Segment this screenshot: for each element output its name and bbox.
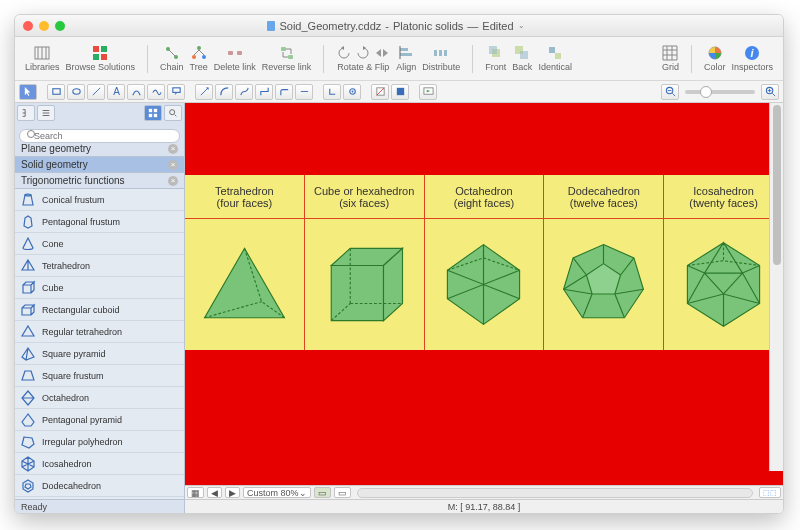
rect-tool[interactable] — [47, 84, 65, 100]
delete-link-button[interactable]: Delete link — [214, 45, 256, 72]
main-toolbar: Libraries Browse Solutions Chain Tree De… — [15, 37, 783, 81]
sidebar-tab-list[interactable] — [37, 105, 55, 121]
page-prev[interactable]: ◀ — [207, 487, 222, 498]
svg-point-34 — [72, 89, 79, 95]
front-button[interactable]: Front — [485, 45, 506, 72]
canvas[interactable]: Tetrahedron(four faces) Cube or hexahedr… — [185, 103, 783, 485]
list-item[interactable]: Square pyramid — [15, 343, 184, 365]
icosahedron-icon — [19, 455, 37, 473]
svg-rect-19 — [400, 53, 412, 56]
search-input[interactable] — [19, 129, 180, 143]
page-indicator-1[interactable]: ▭ — [314, 487, 331, 498]
callout-tool[interactable] — [167, 84, 185, 100]
close-button[interactable] — [23, 21, 33, 31]
snap-tool[interactable] — [343, 84, 361, 100]
tetrahedron-shape — [185, 219, 304, 350]
horizontal-scroll-track[interactable] — [357, 488, 753, 498]
rotate-right-icon — [355, 45, 371, 61]
distribute-button[interactable]: Distribute — [422, 45, 460, 72]
list-item[interactable]: Tetrahedron — [15, 255, 184, 277]
align-button[interactable]: Align — [396, 45, 416, 72]
page-indicator-2[interactable]: ▭ — [334, 487, 351, 498]
list-item[interactable]: Irregular polyhedron — [15, 431, 184, 453]
list-item[interactable]: Regular tetrahedron — [15, 321, 184, 343]
bezier-tool[interactable] — [127, 84, 145, 100]
svg-point-13 — [202, 55, 206, 59]
list-item[interactable]: Octahedron — [15, 387, 184, 409]
ortho-tool[interactable] — [323, 84, 341, 100]
close-icon[interactable]: × — [168, 144, 178, 154]
page-tab-add[interactable]: ▦ — [187, 487, 204, 498]
connector-direct-tool[interactable] — [195, 84, 213, 100]
sidebar-category-trig[interactable]: Trigonometric functions× — [15, 173, 184, 189]
svg-rect-54 — [149, 114, 152, 117]
close-icon[interactable]: × — [168, 176, 178, 186]
connector-arc-tool[interactable] — [215, 84, 233, 100]
svg-line-35 — [92, 88, 99, 95]
libraries-button[interactable]: Libraries — [25, 45, 60, 72]
close-icon[interactable]: × — [168, 160, 178, 170]
svg-rect-27 — [520, 51, 528, 59]
solid-octahedron[interactable]: Octahedron(eight faces) — [425, 175, 545, 350]
reverse-link-button[interactable]: Reverse link — [262, 45, 312, 72]
no-fill-tool[interactable] — [371, 84, 389, 100]
spline-tool[interactable] — [147, 84, 165, 100]
color-button[interactable]: Color — [704, 45, 726, 72]
ellipse-tool[interactable] — [67, 84, 85, 100]
sidebar-tab-search[interactable] — [164, 105, 182, 121]
zoom-in-button[interactable] — [761, 84, 779, 100]
page-right[interactable]: ⬚⬚ — [759, 487, 781, 498]
page-next[interactable]: ▶ — [225, 487, 240, 498]
svg-rect-17 — [288, 55, 293, 59]
fill-tool[interactable] — [391, 84, 409, 100]
sidebar-tab-tree[interactable] — [17, 105, 35, 121]
back-button[interactable]: Back — [512, 45, 532, 72]
list-item[interactable]: Cone — [15, 233, 184, 255]
minimize-button[interactable] — [39, 21, 49, 31]
zoom-slider[interactable] — [685, 90, 755, 94]
list-item[interactable]: Conical frustum — [15, 189, 184, 211]
list-item[interactable]: Pentagonal pyramid — [15, 409, 184, 431]
inspectors-button[interactable]: i Inspectors — [731, 45, 773, 72]
rotate-flip-button[interactable]: Rotate & Flip — [336, 45, 390, 72]
icosahedron-shape — [664, 219, 783, 350]
presentation-tool[interactable] — [419, 84, 437, 100]
line-tool[interactable] — [87, 84, 105, 100]
list-item[interactable]: Cube — [15, 277, 184, 299]
chain-button[interactable]: Chain — [160, 45, 184, 72]
zoom-button[interactable] — [55, 21, 65, 31]
vertical-scrollbar[interactable] — [769, 103, 783, 471]
solid-tetrahedron[interactable]: Tetrahedron(four faces) — [185, 175, 305, 350]
list-item[interactable]: Pentagonal frustum — [15, 211, 184, 233]
connector-line-tool[interactable] — [295, 84, 313, 100]
list-item[interactable]: Dodecahedron — [15, 475, 184, 497]
pointer-tool[interactable] — [19, 84, 37, 100]
zoom-out-button[interactable] — [661, 84, 679, 100]
solid-cube[interactable]: Cube or hexahedron(six faces) — [305, 175, 425, 350]
svg-rect-53 — [154, 109, 157, 112]
title-dropdown-icon[interactable]: ⌄ — [518, 21, 525, 30]
list-item[interactable]: Icosahedron — [15, 453, 184, 475]
connector-round-tool[interactable] — [275, 84, 293, 100]
browse-solutions-button[interactable]: Browse Solutions — [66, 45, 136, 72]
tree-button[interactable]: Tree — [190, 45, 208, 72]
grid-button[interactable]: Grid — [662, 45, 679, 72]
svg-rect-37 — [172, 88, 179, 93]
text-tool[interactable]: A — [107, 84, 125, 100]
svg-point-11 — [197, 46, 201, 50]
platonic-solids-table: Tetrahedron(four faces) Cube or hexahedr… — [185, 175, 783, 350]
main-area: Plane geometry× Solid geometry× Trigonom… — [15, 103, 783, 513]
connector-bezier-tool[interactable] — [235, 84, 253, 100]
sidebar-category-plane[interactable]: Plane geometry× — [15, 141, 184, 157]
sidebar-tab-grid[interactable] — [144, 105, 162, 121]
libraries-icon — [34, 45, 50, 61]
identical-button[interactable]: Identical — [538, 45, 572, 72]
solid-dodecahedron[interactable]: Dodecahedron(twelve faces) — [544, 175, 664, 350]
list-item[interactable]: Rectangular cuboid — [15, 299, 184, 321]
solid-icosahedron[interactable]: Icosahedron(twenty faces) — [664, 175, 783, 350]
connector-smart-tool[interactable] — [255, 84, 273, 100]
sidebar-category-solid[interactable]: Solid geometry× — [15, 157, 184, 173]
list-item[interactable]: Square frustum — [15, 365, 184, 387]
zoom-dropdown[interactable]: Custom 80% ⌄ — [243, 487, 311, 498]
pentagonal-frustum-icon — [19, 213, 37, 231]
